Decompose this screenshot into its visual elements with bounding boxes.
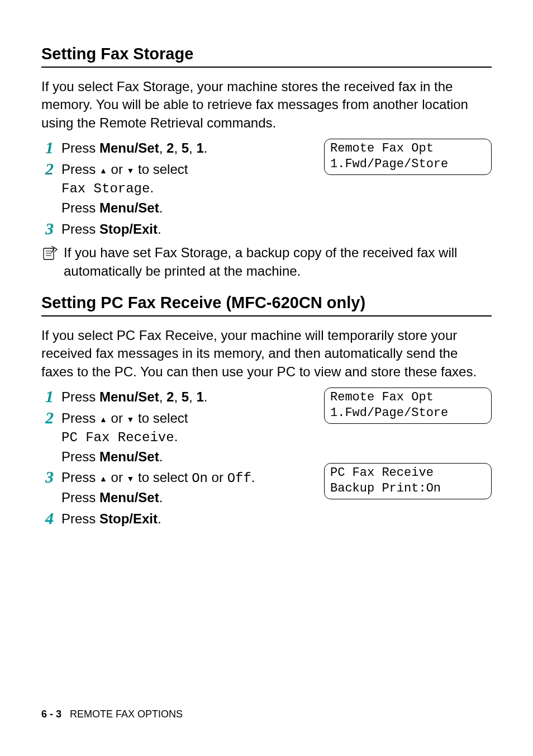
text-or: or	[107, 410, 127, 426]
text-press: Press	[61, 200, 99, 215]
heading-fax-storage: Setting Fax Storage	[41, 45, 492, 68]
key-menu-set: Menu/Set	[99, 389, 159, 404]
text-to-select: to select	[134, 470, 192, 485]
text-or: or	[107, 470, 127, 485]
dot: .	[150, 180, 154, 195]
text-press: Press	[61, 140, 99, 155]
text-press: Press	[61, 490, 99, 505]
step-2: 2 Press ▲ or ▼ to select Fax Storage. Pr…	[41, 160, 311, 218]
note-text: If you have set Fax Storage, a backup co…	[64, 244, 492, 280]
text-press: Press	[61, 410, 99, 426]
page-number: 6 - 3	[41, 708, 61, 720]
down-arrow-icon: ▼	[127, 166, 135, 177]
key-menu-set: Menu/Set	[99, 490, 159, 505]
step-number: 4	[41, 509, 54, 527]
option-on: On	[192, 471, 208, 486]
comma: ,	[159, 140, 166, 155]
text-press: Press	[61, 470, 99, 485]
key-menu-set: Menu/Set	[99, 140, 159, 155]
step-3: 3 Press ▲ or ▼ to select On or Off. Pres…	[41, 468, 311, 507]
step-1: 1 Press Menu/Set, 2, 5, 1.	[41, 139, 311, 158]
step-body: Press Menu/Set, 2, 5, 1.	[61, 139, 311, 158]
lcd-line1: PC Fax Receive	[330, 466, 434, 480]
dot: .	[204, 389, 208, 404]
text-press: Press	[61, 389, 99, 404]
step-body: Press Menu/Set, 2, 5, 1.	[61, 388, 311, 407]
option-off: Off	[227, 471, 251, 486]
up-arrow-icon: ▲	[99, 414, 107, 426]
lcd-display: PC Fax Receive Backup Print:On	[324, 463, 492, 499]
step-body: Press Stop/Exit.	[61, 509, 311, 528]
lcd-display: Remote Fax Opt 1.Fwd/Page/Store	[324, 139, 492, 175]
key-menu-set: Menu/Set	[99, 449, 159, 464]
option-pc-fax: PC Fax Receive	[61, 430, 174, 445]
text-press: Press	[61, 221, 99, 237]
step-number: 2	[41, 160, 54, 177]
dot: .	[158, 221, 161, 237]
step-number: 2	[41, 409, 54, 426]
pc-fax-steps: 1 Press Menu/Set, 2, 5, 1. 2 Press ▲ or …	[41, 388, 311, 530]
lcd-line1: Remote Fax Opt	[330, 390, 434, 404]
intro-pc-fax-receive: If you select PC Fax Receive, your machi…	[41, 327, 492, 381]
key-menu-set: Menu/Set	[99, 200, 159, 215]
note-icon	[41, 245, 58, 264]
pc-fax-columns: 1 Press Menu/Set, 2, 5, 1. 2 Press ▲ or …	[41, 388, 492, 530]
step-number: 1	[41, 139, 54, 156]
key-2: 2	[166, 140, 174, 155]
lcd-line1: Remote Fax Opt	[330, 141, 434, 155]
step-2: 2 Press ▲ or ▼ to select PC Fax Receive.…	[41, 409, 311, 466]
dot: .	[159, 449, 163, 464]
lcd-column: Remote Fax Opt 1.Fwd/Page/Store	[324, 139, 492, 175]
text-press: Press	[61, 511, 99, 526]
key-stop-exit: Stop/Exit	[99, 511, 158, 526]
comma: ,	[159, 389, 166, 404]
text-press: Press	[61, 449, 99, 464]
heading-pc-fax-receive: Setting PC Fax Receive (MFC-620CN only)	[41, 294, 492, 316]
step-number: 3	[41, 468, 54, 485]
key-1: 1	[196, 389, 203, 404]
dot: .	[158, 511, 161, 526]
step-3: 3 Press Stop/Exit.	[41, 220, 311, 239]
lcd-display: Remote Fax Opt 1.Fwd/Page/Store	[324, 388, 492, 424]
text-to-select: to select	[134, 162, 188, 177]
step-body: Press ▲ or ▼ to select PC Fax Receive. P…	[61, 409, 311, 466]
step-4: 4 Press Stop/Exit.	[41, 509, 311, 528]
text-or: or	[208, 470, 227, 485]
dot: .	[251, 470, 255, 485]
down-arrow-icon: ▼	[127, 474, 135, 485]
footer-title: REMOTE FAX OPTIONS	[70, 708, 183, 720]
lcd-line2: Backup Print:On	[330, 481, 441, 495]
note-row: If you have set Fax Storage, a backup co…	[41, 244, 492, 280]
lcd-line2: 1.Fwd/Page/Store	[330, 157, 448, 171]
key-stop-exit: Stop/Exit	[99, 221, 158, 237]
key-5: 5	[182, 140, 189, 155]
svg-rect-0	[44, 248, 54, 259]
dot: .	[174, 429, 178, 444]
comma: ,	[174, 140, 181, 155]
dot: .	[159, 200, 163, 215]
dot: .	[204, 140, 208, 155]
option-fax-storage: Fax Storage	[61, 181, 150, 196]
down-arrow-icon: ▼	[127, 414, 135, 426]
step-body: Press ▲ or ▼ to select On or Off. Press …	[61, 468, 311, 507]
lcd-line2: 1.Fwd/Page/Store	[330, 406, 448, 420]
lcd-column: Remote Fax Opt 1.Fwd/Page/Store PC Fax R…	[324, 388, 492, 499]
step-1: 1 Press Menu/Set, 2, 5, 1.	[41, 388, 311, 407]
text-to-select: to select	[134, 410, 188, 426]
comma: ,	[189, 389, 196, 404]
text-or: or	[107, 162, 127, 177]
step-body: Press ▲ or ▼ to select Fax Storage. Pres…	[61, 160, 311, 218]
page-footer: 6 - 3 REMOTE FAX OPTIONS	[41, 708, 183, 720]
up-arrow-icon: ▲	[99, 474, 107, 485]
fax-storage-steps: 1 Press Menu/Set, 2, 5, 1. 2 Press ▲ or …	[41, 139, 311, 240]
step-number: 3	[41, 220, 54, 237]
comma: ,	[174, 389, 181, 404]
up-arrow-icon: ▲	[99, 166, 107, 177]
comma: ,	[189, 140, 196, 155]
key-5: 5	[182, 389, 189, 404]
dot: .	[159, 490, 163, 505]
fax-storage-columns: 1 Press Menu/Set, 2, 5, 1. 2 Press ▲ or …	[41, 139, 492, 240]
key-1: 1	[196, 140, 203, 155]
step-number: 1	[41, 388, 54, 405]
step-body: Press Stop/Exit.	[61, 220, 311, 239]
